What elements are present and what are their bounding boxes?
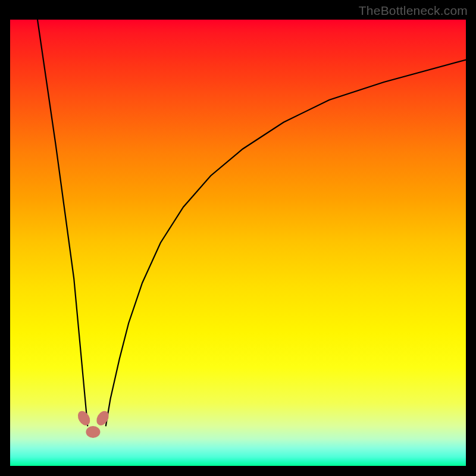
outer-frame: TheBottleneck.com <box>0 0 476 476</box>
marker-bean-right <box>94 409 111 428</box>
plot-area <box>10 20 466 466</box>
marker-bean-bottom <box>86 426 100 438</box>
watermark-text: TheBottleneck.com <box>359 4 468 18</box>
marker-bean-left <box>76 409 93 428</box>
marker-layer <box>10 20 466 466</box>
